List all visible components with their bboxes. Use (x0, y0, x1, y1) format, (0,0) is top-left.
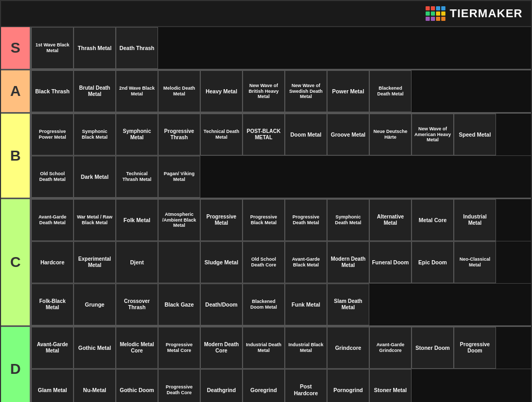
genre-cell[interactable]: Speed Metal (454, 114, 496, 155)
genre-cell[interactable] (158, 241, 200, 283)
genre-cell[interactable]: Progressive Doom (454, 327, 496, 369)
genre-cell[interactable]: Industrial Black Metal (285, 327, 327, 369)
genre-cell[interactable]: Modern Death Core (200, 327, 243, 369)
tier-cells-b: Progressive Power MetalSymphonic Black M… (30, 114, 531, 198)
genre-cell[interactable]: Pornogrind (327, 369, 369, 402)
genre-cell[interactable]: Avant-Garde Black Metal (285, 241, 327, 283)
tier-row-a: ABlack ThrashBrutal Death Metal2nd Wave … (1, 70, 531, 114)
genre-cell[interactable]: Gothic Metal (74, 327, 116, 369)
tier-row-s: S1st Wave Black MetalThrash MetalDeath T… (1, 27, 531, 70)
tier-cells-a: Black ThrashBrutal Death Metal2nd Wave B… (30, 70, 531, 112)
genre-cell[interactable]: Progressive Metal (200, 199, 243, 241)
genre-cell[interactable]: Technical Death Metal (200, 114, 243, 155)
tier-cells-row-c-1: HardcoreExperimental MetalDjentSludge Me… (31, 241, 531, 284)
tier-cells-row-b-1: Old School Death MetalDark MetalTechnica… (31, 156, 531, 198)
genre-cell[interactable]: Hardcore (31, 241, 74, 283)
genre-cell[interactable]: Grunge (74, 284, 116, 325)
tier-cells-s: 1st Wave Black MetalThrash MetalDeath Th… (30, 27, 531, 69)
genre-cell[interactable]: Heavy Metal (200, 70, 243, 112)
genre-cell[interactable]: Death/Doom (200, 284, 243, 325)
genre-cell[interactable]: Melodic Death Metal (158, 70, 200, 112)
genre-cell[interactable]: 1st Wave Black Metal (31, 27, 74, 69)
genre-cell[interactable]: Goregrind (243, 369, 285, 402)
genre-cell[interactable]: Alternative Metal (369, 199, 412, 241)
genre-cell[interactable]: Progressive Black Metal (243, 199, 285, 241)
tier-cells-row-a-0: Black ThrashBrutal Death Metal2nd Wave B… (31, 70, 531, 112)
genre-cell[interactable]: Funeral Doom (369, 241, 412, 283)
genre-cell[interactable]: Black Thrash (31, 70, 74, 112)
genre-cell[interactable]: Epic Doom (412, 241, 454, 283)
genre-cell[interactable]: Neue Deutsche Härte (369, 114, 412, 155)
genre-cell[interactable]: Crossover Thrash (116, 284, 158, 325)
tier-cells-row-d-0: Avant-Garde MetalGothic MetalMelodic Met… (31, 327, 531, 369)
genre-cell[interactable]: Funk Metal (285, 284, 327, 325)
genre-cell[interactable]: Neo-Classical Metal (454, 241, 496, 283)
genre-cell[interactable]: Old School Death Metal (31, 156, 74, 198)
genre-cell[interactable]: Progressive Power Metal (31, 114, 74, 155)
genre-cell[interactable]: Black Gaze (158, 284, 200, 325)
tier-cells-row-c-2: Folk-Black MetalGrungeCrossover ThrashBl… (31, 284, 531, 325)
genre-cell[interactable]: Metal Core (412, 199, 454, 241)
genre-cell[interactable]: Progressive Metal Core (158, 327, 200, 369)
genre-cell[interactable]: Brutal Death Metal (74, 70, 116, 112)
tier-cells-d: Avant-Garde MetalGothic MetalMelodic Met… (30, 327, 531, 402)
genre-cell[interactable]: Progressive Death Core (158, 369, 200, 402)
genre-cell[interactable]: Old School Death Core (243, 241, 285, 283)
genre-cell[interactable]: Doom Metal (285, 114, 327, 155)
genre-cell[interactable]: 2nd Wave Black Metal (116, 70, 158, 112)
genre-cell[interactable]: Glam Metal (31, 369, 74, 402)
tier-label-a: A (1, 70, 30, 112)
genre-cell[interactable]: Groove Metal (327, 114, 369, 155)
genre-cell[interactable]: Folk-Black Metal (31, 284, 74, 325)
genre-cell[interactable]: Pagan/ Viking Metal (158, 156, 200, 198)
genre-cell[interactable]: Folk Metal (116, 199, 158, 241)
tier-table: S1st Wave Black MetalThrash MetalDeath T… (1, 27, 531, 402)
genre-cell[interactable]: Thrash Metal (74, 27, 116, 69)
genre-cell[interactable]: Slam Death Metal (327, 284, 369, 325)
tier-cells-row-s-0: 1st Wave Black MetalThrash MetalDeath Th… (31, 27, 531, 69)
genre-cell[interactable]: Power Metal (327, 70, 369, 112)
genre-cell[interactable]: Blackened Doom Metal (243, 284, 285, 325)
genre-cell[interactable]: Symphonic Death Metal (327, 199, 369, 241)
genre-cell[interactable]: Melodic Metal Core (116, 327, 158, 369)
tier-label-s: S (1, 27, 30, 69)
genre-cell[interactable]: Avant-Garde Metal (31, 327, 74, 369)
genre-cell[interactable]: POST-BLACK METAL (243, 114, 285, 155)
genre-cell[interactable]: Grindcore (327, 327, 369, 369)
logo: TiERMAKER (426, 6, 523, 21)
genre-cell[interactable]: Dark Metal (74, 156, 116, 198)
genre-cell[interactable]: Deathgrind (200, 369, 243, 402)
genre-cell[interactable]: War Metal / Raw Black Metal (74, 199, 116, 241)
tier-row-d: DAvant-Garde MetalGothic MetalMelodic Me… (1, 327, 531, 402)
genre-cell[interactable]: Death Thrash (116, 27, 158, 69)
genre-cell[interactable]: Avant-Garde Death Metal (31, 199, 74, 241)
genre-cell[interactable]: Technical Thrash Metal (116, 156, 158, 198)
genre-cell[interactable]: Atmospheric /Ambient Black Metal (158, 199, 200, 241)
genre-cell[interactable]: Sludge Metal (200, 241, 243, 283)
tier-row-b: BProgressive Power MetalSymphonic Black … (1, 114, 531, 199)
tier-cells-row-d-1: Glam MetalNu-MetalGothic DoomProgressive… (31, 369, 531, 402)
tier-label-d: D (1, 327, 30, 402)
genre-cell[interactable]: New Wave of American Heavy Metal (412, 114, 454, 155)
genre-cell[interactable]: Industrial Metal (454, 199, 496, 241)
genre-cell[interactable]: Progressive Death Metal (285, 199, 327, 241)
genre-cell[interactable]: Progressive Thrash (158, 114, 200, 155)
genre-cell[interactable]: New Wave of British Heavy Metal (243, 70, 285, 112)
genre-cell[interactable]: Stoner Doom (412, 327, 454, 369)
genre-cell[interactable]: Industrial Death Metal (243, 327, 285, 369)
genre-cell[interactable]: Gothic Doom (116, 369, 158, 402)
genre-cell[interactable]: Avant-Garde Grindcore (369, 327, 412, 369)
genre-cell[interactable]: Modern Death Metal (327, 241, 369, 283)
logo-text: TiERMAKER (450, 7, 523, 20)
genre-cell[interactable]: Post Hardcore (285, 369, 327, 402)
genre-cell[interactable]: Djent (116, 241, 158, 283)
genre-cell[interactable]: New Wave of Swedish Death Metal (285, 70, 327, 112)
tier-cells-c: Avant-Garde Death MetalWar Metal / Raw B… (30, 199, 531, 325)
tier-row-c: CAvant-Garde Death MetalWar Metal / Raw … (1, 199, 531, 327)
genre-cell[interactable]: Nu-Metal (74, 369, 116, 402)
genre-cell[interactable]: Blackened Death Metal (369, 70, 412, 112)
genre-cell[interactable]: Symphonic Metal (116, 114, 158, 155)
genre-cell[interactable]: Stoner Metal (369, 369, 412, 402)
genre-cell[interactable]: Symphonic Black Metal (74, 114, 116, 155)
genre-cell[interactable]: Experimental Metal (74, 241, 116, 283)
